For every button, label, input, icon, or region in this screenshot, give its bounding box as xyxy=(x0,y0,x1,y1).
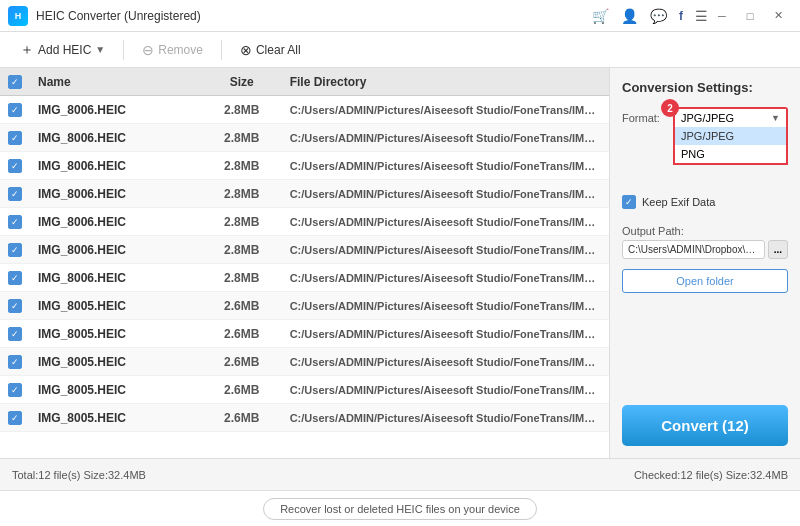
table-row[interactable]: IMG_8006.HEIC 2.8MB C:/Users/ADMIN/Pictu… xyxy=(0,264,609,292)
row-checkbox[interactable] xyxy=(8,271,22,285)
format-selected-text: JPG/JPEG xyxy=(681,112,734,124)
row-size: 2.6MB xyxy=(202,327,282,341)
row-checkbox[interactable] xyxy=(8,159,22,173)
table-row[interactable]: IMG_8005.HEIC 2.6MB C:/Users/ADMIN/Pictu… xyxy=(0,404,609,432)
row-checkbox[interactable] xyxy=(8,103,22,117)
row-size: 2.6MB xyxy=(202,383,282,397)
cart-icon[interactable]: 🛒 xyxy=(592,8,609,24)
clear-icon: ⊗ xyxy=(240,42,252,58)
row-checkbox[interactable] xyxy=(8,299,22,313)
plus-icon: ＋ xyxy=(20,41,34,59)
row-name: IMG_8005.HEIC xyxy=(30,327,202,341)
close-button[interactable]: ✕ xyxy=(764,6,792,26)
table-row[interactable]: IMG_8006.HEIC 2.8MB C:/Users/ADMIN/Pictu… xyxy=(0,124,609,152)
add-heic-button[interactable]: ＋ Add HEIC ▼ xyxy=(10,37,115,63)
row-checkbox[interactable] xyxy=(8,215,22,229)
row-checkbox-wrap xyxy=(0,327,30,341)
format-row: Format: JPG/JPEG ▼ JPG/JPEG PNG 2 xyxy=(622,107,788,129)
format-label: Format: xyxy=(622,112,667,124)
exif-checkbox[interactable] xyxy=(622,195,636,209)
status-bar: Total:12 file(s) Size:32.4MB Checked:12 … xyxy=(0,458,800,490)
row-name: IMG_8006.HEIC xyxy=(30,131,202,145)
output-label: Output Path: xyxy=(622,225,788,237)
row-checkbox[interactable] xyxy=(8,131,22,145)
table-row[interactable]: IMG_8006.HEIC 2.8MB C:/Users/ADMIN/Pictu… xyxy=(0,208,609,236)
row-dir: C:/Users/ADMIN/Pictures/Aiseesoft Studio… xyxy=(282,412,609,424)
header-check xyxy=(0,75,30,89)
dropdown-arrow-icon: ▼ xyxy=(771,113,780,123)
menu-icon[interactable]: ☰ xyxy=(695,8,708,24)
right-panel: Conversion Settings: Format: JPG/JPEG ▼ … xyxy=(610,68,800,458)
table-row[interactable]: IMG_8006.HEIC 2.8MB C:/Users/ADMIN/Pictu… xyxy=(0,152,609,180)
row-size: 2.6MB xyxy=(202,299,282,313)
row-dir: C:/Users/ADMIN/Pictures/Aiseesoft Studio… xyxy=(282,356,609,368)
title-bar: H HEIC Converter (Unregistered) 🛒 👤 💬 f … xyxy=(0,0,800,32)
row-dir: C:/Users/ADMIN/Pictures/Aiseesoft Studio… xyxy=(282,384,609,396)
checked-status: Checked:12 file(s) Size:32.4MB xyxy=(634,469,788,481)
row-checkbox-wrap xyxy=(0,131,30,145)
table-row[interactable]: IMG_8005.HEIC 2.6MB C:/Users/ADMIN/Pictu… xyxy=(0,292,609,320)
browse-button[interactable]: ... xyxy=(768,240,788,259)
header-size: Size xyxy=(202,75,282,89)
maximize-button[interactable]: □ xyxy=(736,6,764,26)
row-checkbox[interactable] xyxy=(8,243,22,257)
chat-icon[interactable]: 💬 xyxy=(650,8,667,24)
row-name: IMG_8006.HEIC xyxy=(30,103,202,117)
row-checkbox-wrap xyxy=(0,271,30,285)
format-selected[interactable]: JPG/JPEG ▼ xyxy=(675,109,786,127)
window-controls: ─ □ ✕ xyxy=(708,6,792,26)
spacer xyxy=(622,303,788,395)
open-folder-button[interactable]: Open folder xyxy=(622,269,788,293)
row-checkbox-wrap xyxy=(0,355,30,369)
row-checkbox-wrap xyxy=(0,215,30,229)
row-name: IMG_8005.HEIC xyxy=(30,355,202,369)
row-name: IMG_8005.HEIC xyxy=(30,299,202,313)
row-checkbox-wrap xyxy=(0,187,30,201)
user-icon[interactable]: 👤 xyxy=(621,8,638,24)
row-size: 2.8MB xyxy=(202,187,282,201)
minimize-button[interactable]: ─ xyxy=(708,6,736,26)
clear-all-label: Clear All xyxy=(256,43,301,57)
row-checkbox[interactable] xyxy=(8,383,22,397)
main-area: Name Size File Directory IMG_8006.HEIC 2… xyxy=(0,68,800,458)
clear-all-button[interactable]: ⊗ Clear All xyxy=(230,38,311,62)
total-status: Total:12 file(s) Size:32.4MB xyxy=(12,469,146,481)
facebook-icon[interactable]: f xyxy=(679,9,683,23)
table-row[interactable]: IMG_8006.HEIC 2.8MB C:/Users/ADMIN/Pictu… xyxy=(0,96,609,124)
row-size: 2.8MB xyxy=(202,243,282,257)
select-all-checkbox[interactable] xyxy=(8,75,22,89)
row-name: IMG_8005.HEIC xyxy=(30,411,202,425)
remove-button[interactable]: ⊖ Remove xyxy=(132,38,213,62)
table-row[interactable]: IMG_8006.HEIC 2.8MB C:/Users/ADMIN/Pictu… xyxy=(0,236,609,264)
table-row[interactable]: IMG_8006.HEIC 2.8MB C:/Users/ADMIN/Pictu… xyxy=(0,180,609,208)
row-checkbox[interactable] xyxy=(8,187,22,201)
output-section: Output Path: C:\Users\ADMIN\Dropbox\PC\ … xyxy=(622,225,788,259)
row-checkbox[interactable] xyxy=(8,327,22,341)
table-row[interactable]: IMG_8005.HEIC 2.6MB C:/Users/ADMIN/Pictu… xyxy=(0,348,609,376)
row-dir: C:/Users/ADMIN/Pictures/Aiseesoft Studio… xyxy=(282,132,609,144)
table-header: Name Size File Directory xyxy=(0,68,609,96)
row-checkbox-wrap xyxy=(0,159,30,173)
recover-link-button[interactable]: Recover lost or deleted HEIC files on yo… xyxy=(263,498,537,520)
row-name: IMG_8006.HEIC xyxy=(30,215,202,229)
row-dir: C:/Users/ADMIN/Pictures/Aiseesoft Studio… xyxy=(282,188,609,200)
minus-icon: ⊖ xyxy=(142,42,154,58)
separator-1 xyxy=(123,40,124,60)
step-badge: 2 xyxy=(661,99,679,117)
convert-button[interactable]: Convert (12) xyxy=(622,405,788,446)
row-checkbox[interactable] xyxy=(8,411,22,425)
row-checkbox-wrap xyxy=(0,383,30,397)
file-list: IMG_8006.HEIC 2.8MB C:/Users/ADMIN/Pictu… xyxy=(0,96,609,458)
app-title: HEIC Converter (Unregistered) xyxy=(36,9,592,23)
row-checkbox-wrap xyxy=(0,103,30,117)
row-checkbox-wrap xyxy=(0,243,30,257)
row-checkbox[interactable] xyxy=(8,355,22,369)
table-row[interactable]: IMG_8005.HEIC 2.6MB C:/Users/ADMIN/Pictu… xyxy=(0,376,609,404)
format-option-jpg[interactable]: JPG/JPEG xyxy=(675,127,786,145)
format-option-png[interactable]: PNG xyxy=(675,145,786,163)
row-size: 2.6MB xyxy=(202,355,282,369)
row-size: 2.8MB xyxy=(202,159,282,173)
format-dropdown[interactable]: JPG/JPEG ▼ JPG/JPEG PNG xyxy=(673,107,788,129)
table-row[interactable]: IMG_8005.HEIC 2.6MB C:/Users/ADMIN/Pictu… xyxy=(0,320,609,348)
dropdown-arrow[interactable]: ▼ xyxy=(95,44,105,55)
